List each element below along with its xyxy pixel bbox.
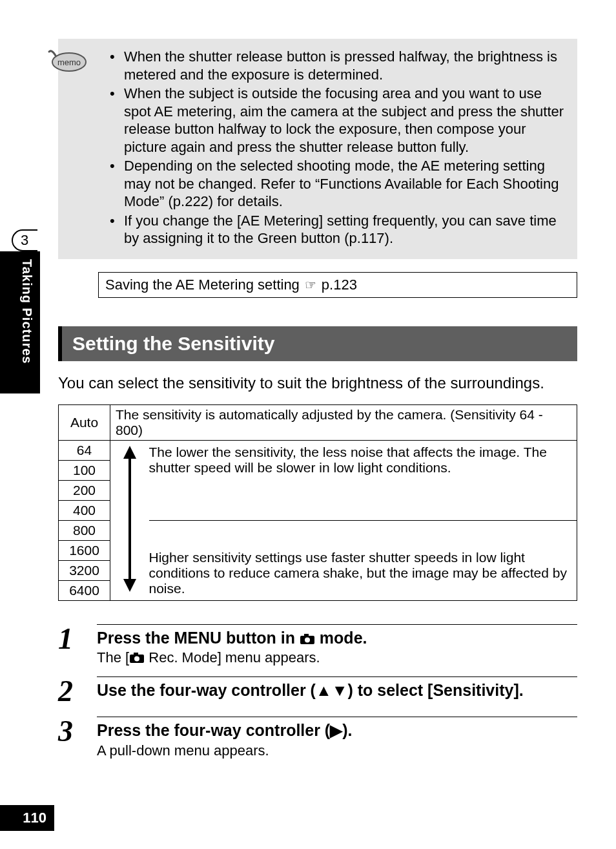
step: 3 Press the four-way controller (▶). A p… <box>58 713 577 759</box>
step-title: Use the four-way controller (▲▼) to sele… <box>97 676 577 701</box>
chapter-title: Taking Pictures <box>19 259 34 364</box>
step: 1 Press the MENU button in mode. The [ R… <box>58 624 577 667</box>
svg-point-6 <box>305 637 310 642</box>
memo-bullet-list: When the shutter release button is press… <box>110 48 566 247</box>
sens-label: 6400 <box>59 580 110 600</box>
arrow-cell <box>110 440 149 600</box>
steps-list: 1 Press the MENU button in mode. The [ R… <box>58 624 577 759</box>
page: 3 Taking Pictures memo When the shutter … <box>0 0 616 849</box>
sens-high-desc: Higher sensitivity settings use faster s… <box>149 520 577 600</box>
text: The [ <box>97 649 129 666</box>
memo-bullet: Depending on the selected shooting mode,… <box>110 157 566 211</box>
step-number: 3 <box>58 717 84 759</box>
section-intro: You can select the sensitivity to suit t… <box>58 373 577 393</box>
step-title: Press the MENU button in mode. <box>97 624 577 649</box>
section-heading: Setting the Sensitivity <box>58 326 577 361</box>
step-body: Use the four-way controller (▲▼) to sele… <box>97 676 577 706</box>
step-body: Press the MENU button in mode. The [ Rec… <box>97 624 577 667</box>
table-row: 64 The lower the sensitivity, the less n… <box>59 440 577 460</box>
sens-label: Auto <box>59 404 110 440</box>
chapter-side-tab: 3 Taking Pictures <box>0 229 40 404</box>
step-title: Press the four-way controller (▶). <box>97 717 577 741</box>
sens-label: 800 <box>59 520 110 540</box>
svg-marker-3 <box>123 579 136 592</box>
sensitivity-table: Auto The sensitivity is automatically ad… <box>58 404 577 601</box>
memo-icon: memo <box>46 43 92 75</box>
chapter-number-box: 3 <box>12 229 37 251</box>
memo-bullet: If you change the [AE Metering] setting … <box>110 212 566 247</box>
memo-bullet: When the subject is outside the focusing… <box>110 85 566 156</box>
svg-rect-5 <box>304 634 309 636</box>
text: mode. <box>315 629 367 647</box>
sens-label: 400 <box>59 500 110 520</box>
up-down-arrow-icon <box>121 445 139 593</box>
text: Press the <box>97 629 174 647</box>
pointer-icon: ☞ <box>305 277 316 293</box>
memo-bullet: When the shutter release button is press… <box>110 48 566 83</box>
camera-icon <box>129 651 145 662</box>
step-desc: The [ Rec. Mode] menu appears. <box>97 649 577 666</box>
sens-label: 200 <box>59 480 110 500</box>
step-number: 1 <box>58 624 84 667</box>
memo-box: memo When the shutter release button is … <box>58 39 577 259</box>
sens-low-desc: The lower the sensitivity, the less nois… <box>149 440 577 520</box>
chapter-title-strip: Taking Pictures <box>0 251 40 393</box>
memo-label-text: memo <box>57 58 81 67</box>
cross-reference-box: Saving the AE Metering setting ☞p.123 <box>98 272 577 298</box>
sens-label: 1600 <box>59 540 110 560</box>
step: 2 Use the four-way controller (▲▼) to se… <box>58 673 577 706</box>
step-desc: A pull-down menu appears. <box>97 742 577 759</box>
svg-marker-1 <box>123 446 136 459</box>
table-row: Auto The sensitivity is automatically ad… <box>59 404 577 440</box>
camera-icon <box>300 629 315 640</box>
step-body: Press the four-way controller (▶). A pul… <box>97 717 577 759</box>
text: Rec. Mode] menu appears. <box>145 649 320 666</box>
crossref-page: p.123 <box>322 277 357 293</box>
page-number-box: 110 <box>0 805 54 831</box>
sens-label: 3200 <box>59 560 110 580</box>
text: button in <box>221 629 300 647</box>
crossref-text: Saving the AE Metering setting <box>105 277 300 293</box>
menu-button-label: MENU <box>174 629 222 647</box>
step-number: 2 <box>58 676 84 706</box>
svg-rect-8 <box>134 653 138 655</box>
sens-label: 64 <box>59 440 110 460</box>
svg-point-9 <box>134 656 139 662</box>
sens-label: 100 <box>59 460 110 480</box>
sens-desc: The sensitivity is automatically adjuste… <box>110 404 577 440</box>
